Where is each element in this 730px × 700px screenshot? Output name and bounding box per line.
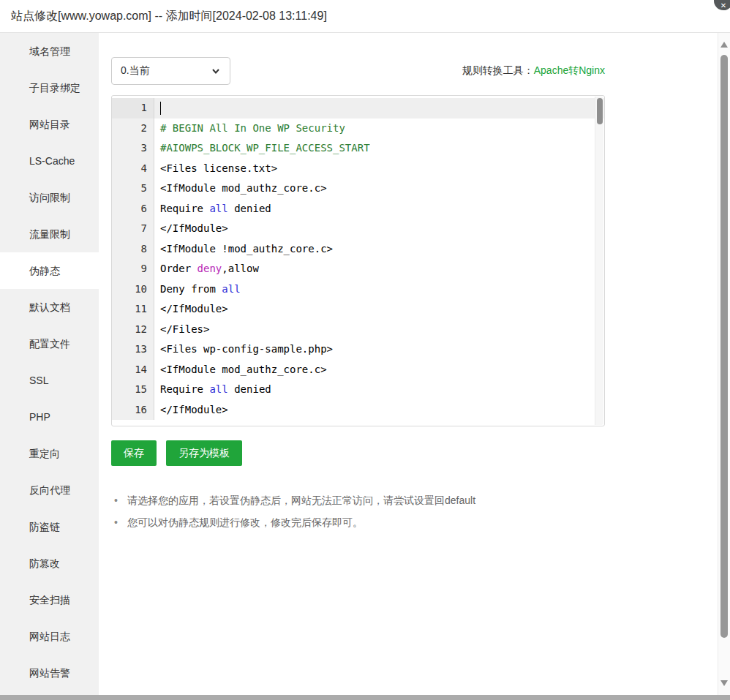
editor-scrollbar[interactable]: [595, 97, 603, 425]
editor-line: 4<Files license.txt>: [112, 159, 604, 179]
line-number: 3: [112, 138, 154, 159]
page-scrollbar[interactable]: [718, 33, 730, 695]
sidebar-item-tamper-proof[interactable]: 防篡改: [0, 545, 99, 582]
line-number: 10: [112, 279, 154, 300]
window-title: 站点修改[www.yowap.com] -- 添加时间[2024-02-08 1…: [11, 9, 327, 24]
editor-lines: 12# BEGIN All In One WP Security3#AIOWPS…: [112, 98, 604, 420]
editor-line: 13<Files wp-config-sample.php>: [112, 339, 604, 360]
select-value: 0.当前: [121, 64, 150, 78]
rewrite-template-select[interactable]: 0.当前: [111, 57, 230, 85]
editor-line: 2# BEGIN All In One WP Security: [112, 118, 604, 139]
line-number: 7: [112, 219, 154, 239]
code-text: # BEGIN All In One WP Security: [154, 118, 604, 139]
line-number: 8: [112, 239, 154, 260]
code-text: <Files wp-config-sample.php>: [154, 339, 604, 360]
line-number: 13: [112, 339, 154, 360]
help-notes: 请选择您的应用，若设置伪静态后，网站无法正常访问，请尝试设置回default您可…: [111, 489, 718, 533]
note-item: 您可以对伪静态规则进行修改，修改完后保存即可。: [111, 511, 718, 533]
apache-to-nginx-link[interactable]: Apache转Nginx: [534, 64, 605, 76]
line-number: 12: [112, 320, 154, 340]
sidebar: 域名管理子目录绑定网站目录LS-Cache访问限制流量限制伪静态默认文档配置文件…: [0, 33, 99, 695]
editor-line: 3#AIOWPS_BLOCK_WP_FILE_ACCESS_START: [112, 138, 604, 159]
sidebar-item-php[interactable]: PHP: [0, 399, 99, 435]
line-number: 4: [112, 159, 154, 179]
scroll-down-icon[interactable]: [720, 680, 728, 686]
text-cursor: [160, 102, 161, 115]
horizontal-scrollbar[interactable]: [0, 695, 730, 700]
chevron-down-icon: [211, 66, 221, 76]
sidebar-item-access-limit[interactable]: 访问限制: [0, 179, 99, 216]
sidebar-item-reverse-proxy[interactable]: 反向代理: [0, 472, 99, 508]
code-text: </IfModule>: [154, 299, 604, 320]
page-scrollbar-thumb[interactable]: [720, 55, 728, 638]
code-text: <Files license.txt>: [154, 159, 604, 179]
save-as-template-button[interactable]: 另存为模板: [166, 440, 242, 466]
editor-scrollbar-thumb[interactable]: [597, 98, 603, 124]
code-text: <IfModule mod_authz_core.c>: [154, 360, 604, 380]
line-number: 9: [112, 259, 154, 279]
code-text: #AIOWPS_BLOCK_WP_FILE_ACCESS_START: [154, 138, 604, 159]
sidebar-item-default-doc[interactable]: 默认文档: [0, 289, 99, 325]
action-buttons: 保存 另存为模板: [111, 440, 718, 466]
line-number: 6: [112, 199, 154, 219]
line-number: 2: [112, 118, 154, 139]
code-text: [154, 98, 604, 118]
editor-line: 5<IfModule mod_authz_core.c>: [112, 178, 604, 199]
sidebar-item-subdir-bind[interactable]: 子目录绑定: [0, 69, 99, 106]
sidebar-item-domain-manage[interactable]: 域名管理: [0, 33, 99, 69]
sidebar-item-site-log[interactable]: 网站日志: [0, 618, 99, 655]
code-text: </Files>: [154, 320, 604, 340]
sidebar-item-site-dir[interactable]: 网站目录: [0, 106, 99, 143]
editor-line: 16</IfModule>: [112, 400, 604, 421]
line-number: 15: [112, 380, 154, 400]
editor-line: 10Deny from all: [112, 279, 604, 300]
close-icon: ✕: [720, 1, 726, 10]
converter-label: 规则转换工具：: [462, 64, 534, 76]
window-titlebar: 站点修改[www.yowap.com] -- 添加时间[2024-02-08 1…: [0, 0, 730, 33]
sidebar-item-traffic-limit[interactable]: 流量限制: [0, 216, 99, 252]
rule-converter: 规则转换工具：Apache转Nginx: [462, 64, 605, 78]
editor-line: 11</IfModule>: [112, 299, 604, 320]
code-text: Order deny,allow: [154, 259, 604, 279]
sidebar-item-hotlink[interactable]: 防盗链: [0, 508, 99, 545]
editor-line: 1: [112, 98, 604, 118]
line-number: 5: [112, 178, 154, 199]
line-number: 14: [112, 360, 154, 380]
sidebar-item-security-scan[interactable]: 安全扫描: [0, 582, 99, 618]
editor-line: 7</IfModule>: [112, 219, 604, 239]
note-item: 请选择您的应用，若设置伪静态后，网站无法正常访问，请尝试设置回default: [111, 489, 718, 511]
sidebar-item-ls-cache[interactable]: LS-Cache: [0, 143, 99, 179]
code-text: <IfModule !mod_authz_core.c>: [154, 239, 604, 260]
editor-line: 12</Files>: [112, 320, 604, 340]
rewrite-code-editor[interactable]: 12# BEGIN All In One WP Security3#AIOWPS…: [111, 95, 605, 426]
editor-line: 8<IfModule !mod_authz_core.c>: [112, 239, 604, 260]
line-number: 16: [112, 400, 154, 421]
rewrite-panel: 0.当前 规则转换工具：Apache转Nginx 12# BEGIN All I…: [99, 33, 718, 695]
save-button[interactable]: 保存: [111, 440, 157, 466]
sidebar-item-redirect[interactable]: 重定向: [0, 435, 99, 472]
editor-line: 15Require all denied: [112, 380, 604, 400]
code-text: Deny from all: [154, 279, 604, 300]
editor-line: 9Order deny,allow: [112, 259, 604, 279]
code-text: Require all denied: [154, 199, 604, 219]
sidebar-item-site-alert[interactable]: 网站告警: [0, 655, 99, 691]
code-text: </IfModule>: [154, 400, 604, 421]
line-number: 11: [112, 299, 154, 320]
toolbar: 0.当前 规则转换工具：Apache转Nginx: [111, 57, 605, 85]
code-text: </IfModule>: [154, 219, 604, 239]
code-text: <IfModule mod_authz_core.c>: [154, 178, 604, 199]
scroll-up-icon[interactable]: [720, 42, 728, 48]
editor-line: 14<IfModule mod_authz_core.c>: [112, 360, 604, 380]
code-text: Require all denied: [154, 380, 604, 400]
line-number: 1: [112, 98, 154, 118]
sidebar-item-config-file[interactable]: 配置文件: [0, 325, 99, 362]
sidebar-item-rewrite[interactable]: 伪静态: [0, 252, 99, 289]
sidebar-item-ssl[interactable]: SSL: [0, 362, 99, 399]
editor-line: 6Require all denied: [112, 199, 604, 219]
